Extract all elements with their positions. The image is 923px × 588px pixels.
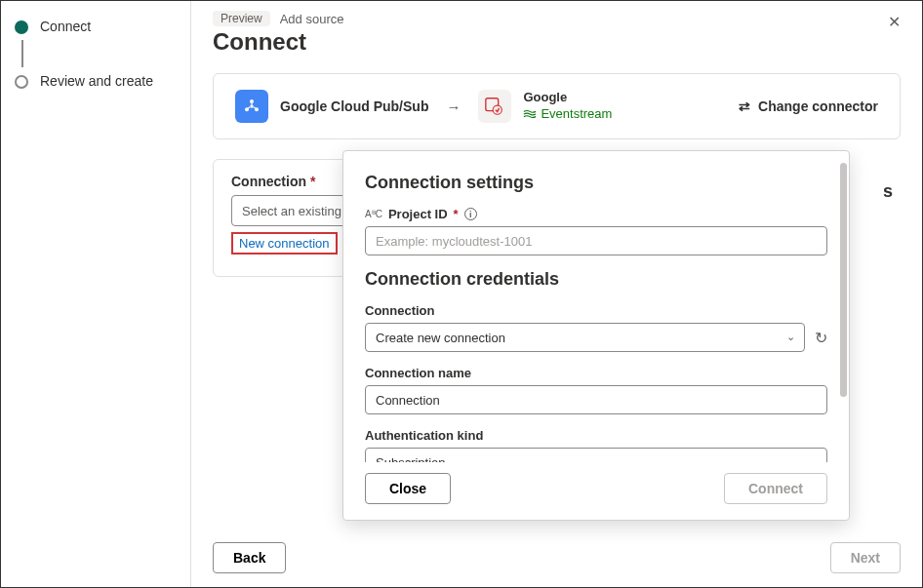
step-indicator-inactive (15, 75, 28, 89)
project-id-label: AᴮC Project ID * i (365, 207, 827, 221)
change-connector-label: Change connector (758, 98, 878, 114)
svg-point-5 (494, 105, 502, 114)
step-label: Connect (40, 19, 91, 34)
breadcrumb-text: Add source (280, 12, 344, 26)
step-label: Review and create (40, 73, 153, 89)
preview-badge: Preview (213, 11, 270, 26)
google-cloud-icon (235, 90, 268, 123)
close-icon[interactable]: ✕ (888, 13, 901, 31)
breadcrumb: Preview Add source (213, 11, 901, 26)
connector-summary-card: Google Cloud Pub/Sub → Google Eventstrea… (213, 73, 901, 139)
next-button[interactable]: Next (830, 542, 901, 573)
stream-icon (523, 109, 537, 119)
dest-name: Google (523, 90, 612, 106)
source-label: Google Cloud Pub/Sub (280, 98, 428, 114)
close-button[interactable]: Close (365, 473, 451, 504)
step-connector-line (21, 40, 23, 67)
scrollbar[interactable] (839, 159, 847, 512)
connection-name-input[interactable] (365, 385, 827, 414)
connection-name-label: Connection name (365, 366, 827, 380)
page-title: Connect (213, 28, 901, 56)
back-button[interactable]: Back (213, 542, 286, 573)
connect-button[interactable]: Connect (724, 473, 827, 504)
arrow-right-icon: → (446, 98, 461, 115)
obscured-text: s (883, 181, 893, 202)
settings-section-title: Connection settings (365, 173, 827, 193)
step-indicator-active (15, 20, 28, 34)
svg-point-3 (250, 104, 253, 107)
step-connect[interactable]: Connect (15, 19, 177, 34)
info-icon[interactable]: i (464, 208, 477, 220)
project-id-input[interactable] (365, 226, 827, 255)
connection-dropdown-label: Connection (365, 303, 827, 318)
auth-kind-dropdown[interactable] (365, 448, 827, 462)
wizard-footer: Back Next (213, 542, 901, 573)
step-review-create[interactable]: Review and create (15, 73, 177, 89)
credentials-section-title: Connection credentials (365, 269, 827, 290)
swap-icon: ⇄ (739, 98, 750, 114)
wizard-steps-sidebar: Connect Review and create (1, 1, 191, 587)
connection-settings-modal: Connection settings AᴮC Project ID * i C… (342, 150, 850, 521)
dest-type: Eventstream (523, 106, 612, 123)
refresh-icon[interactable]: ↻ (815, 329, 827, 347)
auth-kind-label: Authentication kind (365, 428, 827, 443)
connection-select-placeholder: Select an existing (242, 204, 341, 218)
eventstream-icon (478, 90, 511, 123)
new-connection-link[interactable]: New connection (231, 232, 338, 255)
connection-dropdown[interactable] (365, 323, 805, 352)
change-connector-button[interactable]: ⇄ Change connector (739, 98, 878, 114)
svg-point-0 (250, 99, 254, 103)
